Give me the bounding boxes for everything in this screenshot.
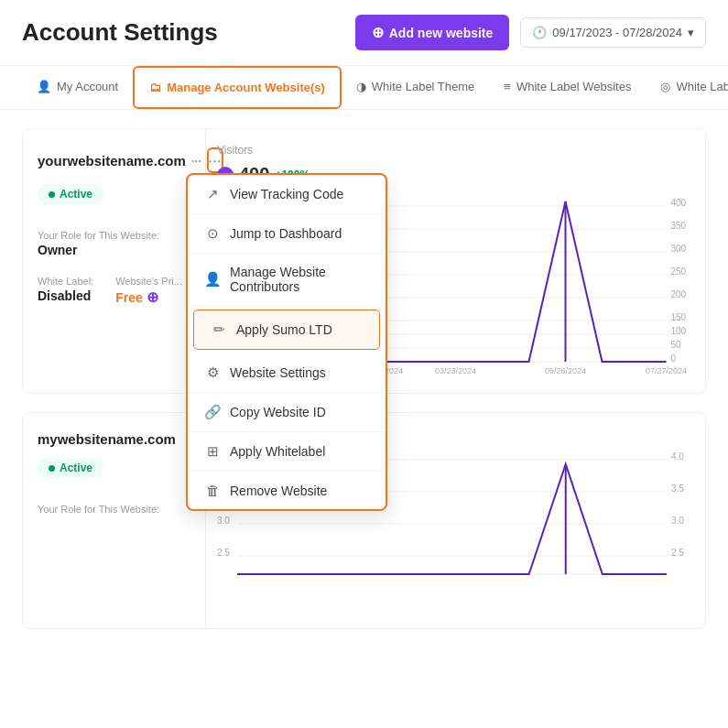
dropdown-item-copy-website-id[interactable]: 🔗 Copy Website ID [188, 393, 386, 432]
svg-text:400: 400 [671, 198, 687, 208]
plus-icon: ⊕ [372, 24, 384, 41]
account-icon: 👤 [37, 80, 51, 93]
dashboard-icon: ⊙ [204, 225, 221, 242]
role-label-2: Your Role for This Website: [38, 504, 190, 515]
visitors-label: Visitors [217, 144, 253, 157]
svg-text:350: 350 [671, 221, 687, 231]
tracking-icon: ↗ [204, 186, 221, 202]
role-value: Owner [38, 243, 190, 257]
status-dot-2 [49, 465, 55, 472]
website-info-2: mywebsitename.com Active Your Role for T… [23, 413, 206, 628]
svg-text:05/26/2024: 05/26/2024 [545, 366, 586, 375]
svg-text:50: 50 [671, 340, 682, 350]
dropdown-item-view-tracking[interactable]: ↗ View Tracking Code [188, 175, 386, 214]
copy-icon: 🔗 [204, 404, 221, 420]
svg-text:3.0: 3.0 [671, 516, 684, 526]
visitors-header: Visitors [217, 144, 694, 157]
svg-text:07/27/2024: 07/27/2024 [646, 366, 687, 375]
dropdown-item-apply-sumo[interactable]: ✏ Apply Sumo LTD [193, 310, 380, 350]
website-card-1: yourwebsitename.com ··· ··· Active Your … [22, 128, 706, 394]
svg-text:03/23/2024: 03/23/2024 [435, 366, 476, 375]
price-col: Website's Pri... Free ⊕ [115, 265, 182, 306]
white-label-value: Disabled [38, 288, 93, 303]
tab-my-account[interactable]: 👤 My Account [22, 67, 133, 108]
manage-icon: 🗂 [149, 81, 161, 94]
website-name-1: yourwebsitename.com ··· ··· [38, 147, 190, 173]
website-dropdown-menu: ↗ View Tracking Code ⊙ Jump to Dashboard… [186, 173, 387, 511]
dropdown-item-jump-dashboard[interactable]: ⊙ Jump to Dashboard [188, 214, 386, 254]
svg-text:3.0: 3.0 [217, 516, 230, 526]
plus-circle-icon: ⊕ [147, 288, 158, 306]
tab-white-label-websites[interactable]: ≡ White Label Websites [489, 67, 646, 108]
sumo-icon: ✏ [211, 321, 227, 338]
chevron-down-icon: ▾ [688, 26, 694, 39]
white-label-label: White Label: [38, 276, 93, 287]
svg-text:200: 200 [671, 289, 687, 299]
whitelabel-icon: ⊞ [204, 443, 221, 460]
tab-manage-websites[interactable]: 🗂 Manage Account Website(s) [135, 68, 340, 107]
website-name-2: mywebsitename.com [38, 431, 190, 447]
svg-text:0: 0 [671, 353, 677, 364]
date-range-picker[interactable]: 🕐 09/17/2023 - 07/28/2024 ▾ [520, 17, 706, 48]
header-actions: ⊕ Add new website 🕐 09/17/2023 - 07/28/2… [355, 15, 706, 50]
main-content: yourwebsitename.com ··· ··· Active Your … [0, 110, 728, 647]
nav-tabs: 👤 My Account 🗂 Manage Account Website(s)… [0, 66, 728, 110]
dropdown-item-manage-contributors[interactable]: 👤 Manage Website Contributors [188, 254, 386, 306]
svg-text:2.5: 2.5 [217, 548, 230, 558]
add-website-button[interactable]: ⊕ Add new website [355, 15, 510, 50]
page-title: Account Settings [22, 18, 218, 47]
dropdown-item-apply-whitelabel[interactable]: ⊞ Apply Whitelabel [188, 432, 386, 472]
price-value: Free ⊕ [115, 288, 182, 306]
role-label: Your Role for This Website: [38, 230, 190, 241]
commission-icon: ◎ [660, 80, 670, 93]
status-badge-2: Active [38, 458, 103, 478]
tab-white-label-theme[interactable]: ◑ White Label Theme [342, 67, 490, 108]
price-label: Website's Pri... [115, 276, 182, 287]
meta-row: White Label: Disabled Website's Pri... F… [38, 265, 190, 306]
ellipsis-dots: ··· [191, 154, 201, 168]
svg-text:2.5: 2.5 [671, 548, 684, 558]
status-dot [49, 191, 55, 198]
remove-icon: 🗑 [204, 483, 221, 498]
svg-text:300: 300 [671, 244, 687, 254]
svg-text:150: 150 [671, 312, 687, 322]
svg-text:3.5: 3.5 [671, 484, 684, 494]
dropdown-item-remove-website[interactable]: 🗑 Remove Website [188, 472, 386, 509]
svg-text:4.0: 4.0 [671, 451, 684, 462]
tab-white-label-commission[interactable]: ◎ White Label Commission [646, 67, 728, 108]
status-badge-1: Active [38, 184, 103, 204]
white-label-col: White Label: Disabled [38, 265, 93, 306]
contributors-icon: 👤 [204, 271, 221, 288]
dropdown-item-website-settings[interactable]: ⚙ Website Settings [188, 353, 386, 393]
svg-text:100: 100 [671, 326, 687, 336]
calendar-icon: 🕐 [532, 26, 547, 39]
svg-text:250: 250 [671, 266, 687, 277]
page-header: Account Settings ⊕ Add new website 🕐 09/… [0, 0, 728, 66]
settings-icon: ⚙ [204, 364, 221, 381]
website-info-1: yourwebsitename.com ··· ··· Active Your … [23, 129, 206, 393]
theme-icon: ◑ [356, 80, 366, 93]
list-icon: ≡ [504, 80, 511, 93]
